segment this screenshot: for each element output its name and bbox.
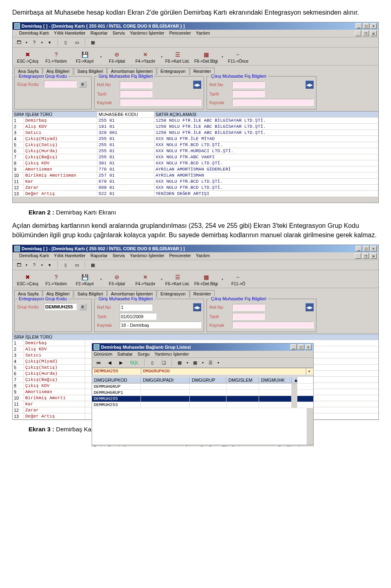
menu-item[interactable]: Sahalar <box>117 352 133 356</box>
col-grupkod[interactable]: DMGGRUPKOD <box>92 377 141 383</box>
col-grupadi[interactable]: DMGGRUPADI <box>141 377 190 383</box>
list-item[interactable]: DEMMUHGRUP1 <box>92 390 313 396</box>
mdi-restore[interactable]: ❐ <box>362 253 369 259</box>
fn-f8[interactable]: ▦F8->Det.Bilgi <box>192 272 220 287</box>
menu-item[interactable]: Servis <box>112 253 125 259</box>
sql-button[interactable]: SQL <box>128 358 141 367</box>
fn-f11[interactable]: ←F11->Ö <box>224 272 253 287</box>
col-sira[interactable]: SIRA N <box>13 334 24 340</box>
mdi-close[interactable]: ✕ <box>370 31 377 36</box>
nav-button[interactable]: ◀▶ <box>305 81 314 89</box>
menu-item[interactable]: Yardım <box>196 253 210 259</box>
fn-f1[interactable]: ?F1->Yardım <box>42 272 70 287</box>
menu-item[interactable]: Demirbaş Kartı <box>19 31 49 36</box>
table-row[interactable]: 6Çıkış(Hurda)255 01XXX NOLU FTR.HURDACI … <box>13 148 378 154</box>
input-kaynak-giris[interactable]: 18 - Demirbaş <box>120 321 201 328</box>
tab-entegrasyon[interactable]: Entegrasyon <box>157 68 189 75</box>
fn-f4[interactable]: ✕F4->Yazdır <box>131 49 160 64</box>
mdi-restore[interactable]: ❐ <box>362 31 369 36</box>
close-button[interactable]: ✕ <box>305 344 312 350</box>
fn-f3[interactable]: ⊘F3->İptal <box>103 272 131 287</box>
list-item[interactable]: DEMMUH253 <box>92 402 313 408</box>
minimize-button[interactable]: _ <box>356 23 362 29</box>
tool-6[interactable]: ▦ <box>88 38 97 46</box>
menu-item[interactable]: Yardımcı İşlemler <box>130 253 165 259</box>
input-grup-kodu[interactable]: DEMMUH255 <box>44 303 77 310</box>
scroll-track[interactable] <box>292 396 297 402</box>
maximize-button[interactable]: □ <box>363 23 369 29</box>
input-refno-giris[interactable]: 1 <box>120 304 152 311</box>
tool-3[interactable]: ▾ <box>45 38 54 46</box>
table-row[interactable]: 12Zarar689 01XXX NOLU FTR.BCD LTD.ŞTİ. <box>13 185 378 191</box>
fn-f8[interactable]: ▦F8->Det.Bilgi <box>192 49 220 64</box>
nav-button[interactable]: ◀▶ <box>193 81 201 89</box>
tool-4[interactable]: ▯ <box>61 261 70 269</box>
col-sira[interactable]: SIRA N <box>13 111 24 117</box>
input-tarih-cikis[interactable] <box>232 90 265 97</box>
fn-f6[interactable]: ☰F6->Kart List. <box>163 272 192 287</box>
menu-item[interactable]: Demirbaş Kartı <box>19 253 49 259</box>
input-kaynak-cikis[interactable] <box>232 321 314 328</box>
lookup-button[interactable]: ⊞ <box>79 81 86 87</box>
input-tarih-cikis[interactable] <box>232 313 265 320</box>
fn-f2[interactable]: 💾F2->Kayıt <box>70 49 99 64</box>
nav-first[interactable]: ⏮ <box>94 358 103 367</box>
input-grup-kodu[interactable] <box>44 81 77 87</box>
mdi-close[interactable]: ✕ <box>370 253 377 259</box>
mdi-minimize[interactable]: _ <box>355 253 361 259</box>
close-button[interactable]: ✕ <box>370 23 377 29</box>
tool-1[interactable]: 🗔 <box>14 261 23 269</box>
input-kaynak-giris[interactable] <box>120 99 201 106</box>
fn-f11[interactable]: ←F11->Önce <box>224 49 253 64</box>
nav-button[interactable]: ◀▶ <box>193 303 201 311</box>
minimize-button[interactable]: _ <box>290 344 297 350</box>
lookup-button[interactable]: ⊞ <box>79 303 86 310</box>
menu-item[interactable]: Raporlar <box>90 31 108 36</box>
minimize-button[interactable]: _ <box>356 246 362 251</box>
fn-f2[interactable]: 💾F2->Kayıt <box>70 272 99 287</box>
scroll-track[interactable] <box>292 402 297 408</box>
mdi-minimize[interactable]: _ <box>355 31 361 36</box>
close-button[interactable]: ✕ <box>370 246 377 251</box>
fn-f6[interactable]: ☰F6->Kart List. <box>163 49 192 64</box>
menu-item[interactable]: Yıllık Hareketler <box>54 253 86 259</box>
scroll-up[interactable]: ▲ <box>292 377 297 383</box>
table-row[interactable]: 10Birikmiş Amortisman257 01AYRILAN AMORT… <box>13 173 378 179</box>
tool-b[interactable]: ❏ <box>159 358 168 367</box>
fn-esc[interactable]: ✖ESC->Çıkış <box>13 49 42 64</box>
table-row[interactable]: 9Amortisman770 01AYRILAN AMORTİSMAN GİDE… <box>13 166 378 173</box>
col-islem[interactable]: İŞLEM TÜRÜ <box>24 334 97 340</box>
menu-item[interactable]: Yardımcı İşlemler <box>130 31 165 36</box>
tool-5[interactable]: ▭ <box>72 261 81 269</box>
table-row[interactable]: 7Çıkış(Bağış)255 01XXX NOLU FTR.ABC VAKF… <box>13 154 378 160</box>
tool-d[interactable]: ☰ <box>206 358 215 367</box>
tool-a[interactable]: ▯ <box>148 358 157 367</box>
list-item[interactable]: DEMMUH255 <box>92 396 313 402</box>
menu-item[interactable]: Pencereler <box>169 31 191 36</box>
col-muhk[interactable]: DMGMUHK <box>259 377 292 383</box>
menu-item[interactable]: Raporlar <box>90 253 108 259</box>
tool-6[interactable]: ▦ <box>88 261 97 269</box>
input-tarih-giris[interactable]: 01/01/2009 <box>120 313 156 320</box>
col-islem[interactable]: DMGISLEM <box>226 377 259 383</box>
table-row[interactable]: 1Demirbaş255 011250 NOLU FTR.İLE ABC BİL… <box>13 118 378 124</box>
col-muh[interactable]: MUHASEBE KODU <box>97 111 154 117</box>
fn-esc[interactable]: ✖ESC->Çıkış <box>13 272 42 287</box>
menu-item[interactable]: Servis <box>112 31 125 36</box>
nav-next[interactable]: ▶ <box>116 358 125 367</box>
maximize-button[interactable]: □ <box>298 344 304 350</box>
menu-item[interactable]: Görünüm <box>94 352 112 356</box>
filter-sort[interactable]: DMGGRUPKOD <box>141 368 306 375</box>
tool-1[interactable]: 🗔 <box>14 38 23 46</box>
tool-c[interactable]: ▦ <box>191 358 200 367</box>
nav-button[interactable]: ◀▶ <box>305 303 314 311</box>
filter-input[interactable]: DEMMUH255 <box>92 368 141 375</box>
col-islem[interactable]: İŞLEM TÜRÜ <box>24 111 97 117</box>
menu-item[interactable]: Yardım <box>196 31 210 36</box>
filter-dropdown[interactable]: ▾ <box>306 368 313 375</box>
fn-f4[interactable]: ✕F4->Yazdır <box>131 272 160 287</box>
tool-2[interactable]: ? <box>30 38 39 46</box>
list-item[interactable]: DEMMUHGRUP <box>92 384 313 390</box>
maximize-button[interactable]: □ <box>363 246 369 251</box>
input-refno-giris[interactable] <box>120 81 152 88</box>
